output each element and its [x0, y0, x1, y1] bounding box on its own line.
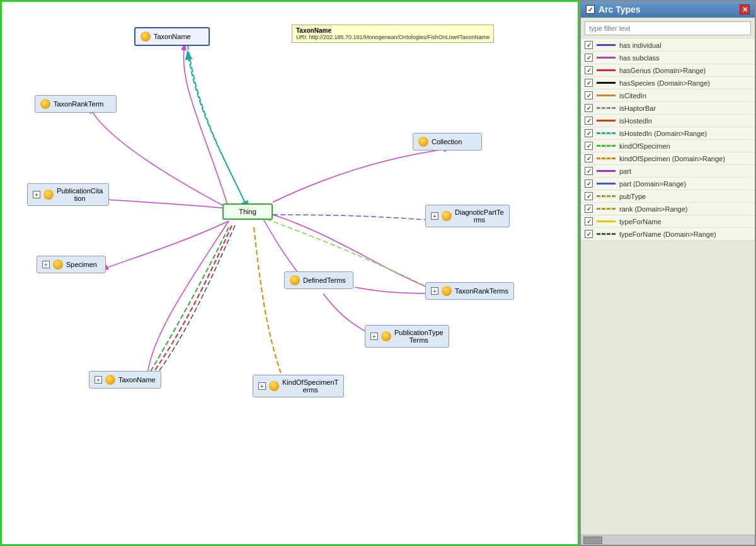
arc-checkbox[interactable]: ✓ — [585, 230, 593, 238]
arc-item[interactable]: ✓kindOfSpecimen — [581, 140, 755, 152]
arc-item[interactable]: ✓isHostedIn (Domain>Range) — [581, 127, 755, 140]
arc-label: has subclass — [619, 54, 660, 62]
arc-color-line — [597, 94, 616, 96]
node-label: Specimen — [66, 261, 97, 268]
arc-label: kindOfSpecimen (Domain>Range) — [619, 155, 725, 162]
node-label: TaxonName — [154, 33, 191, 40]
arc-color-line — [597, 220, 616, 222]
arc-label: isHostedIn (Domain>Range) — [619, 130, 707, 137]
arc-list: ✓has individual✓has subclass✓hasGenus (D… — [581, 39, 755, 535]
scrollbar-thumb[interactable] — [583, 537, 602, 544]
header-left: ✓ Arc Types — [586, 4, 641, 14]
arc-color-line — [597, 120, 616, 122]
arc-checkbox[interactable]: ✓ — [585, 217, 593, 225]
arc-checkbox[interactable]: ✓ — [585, 192, 593, 200]
arc-item[interactable]: ✓isHostedIn — [581, 115, 755, 127]
arc-color-line — [597, 132, 616, 134]
close-button[interactable]: ✕ — [740, 4, 750, 14]
node-dot — [43, 190, 54, 200]
node-label: Collection — [432, 138, 462, 145]
arc-checkbox[interactable]: ✓ — [585, 154, 593, 162]
arc-color-line — [597, 233, 616, 235]
arc-checkbox[interactable]: ✓ — [585, 104, 593, 112]
node-definedterms[interactable]: DefinedTerms — [284, 271, 353, 289]
arc-checkbox[interactable]: ✓ — [585, 91, 593, 100]
arc-checkbox[interactable]: ✓ — [585, 117, 593, 125]
arc-checkbox[interactable]: ✓ — [585, 129, 593, 137]
arc-color-line — [597, 195, 616, 197]
arc-label: isCitedIn — [619, 92, 646, 100]
node-taxonrankterm[interactable]: TaxonRankTerm — [35, 95, 117, 113]
graph-panel[interactable]: TaxonName TaxonName URI: http://202.185.… — [0, 0, 580, 546]
scrollbar-bottom[interactable] — [581, 535, 755, 545]
arc-item[interactable]: ✓has individual — [581, 39, 755, 52]
node-dot — [40, 99, 50, 109]
node-taxonname-top[interactable]: TaxonName — [134, 27, 210, 46]
arc-checkbox[interactable]: ✓ — [585, 54, 593, 62]
arc-item[interactable]: ✓part (Domain>Range) — [581, 178, 755, 190]
node-label: KindOfSpecimenT erms — [282, 378, 338, 394]
node-diagnoticpartterms[interactable]: + DiagnoticPartTe rms — [425, 205, 510, 227]
arc-checkbox[interactable]: ✓ — [585, 142, 593, 150]
arc-types-panel: ✓ Arc Types ✕ ✓has individual✓has subcla… — [580, 0, 756, 546]
arc-checkbox[interactable]: ✓ — [585, 41, 593, 49]
arc-item[interactable]: ✓rank (Domain>Range) — [581, 203, 755, 215]
arc-label: kindOfSpecimen — [619, 142, 670, 150]
arc-label: hasSpecies (Domain>Range) — [619, 79, 710, 87]
node-dot — [269, 381, 279, 391]
arc-item[interactable]: ✓hasSpecies (Domain>Range) — [581, 77, 755, 89]
node-expand[interactable]: + — [33, 191, 40, 198]
node-kindofspecimenterms[interactable]: + KindOfSpecimenT erms — [253, 375, 344, 397]
node-dot — [442, 211, 452, 221]
arc-item[interactable]: ✓part — [581, 165, 755, 178]
node-expand[interactable]: + — [94, 376, 102, 384]
node-label: PublicationType Terms — [394, 329, 444, 344]
arc-label: pubType — [619, 193, 646, 200]
node-dot — [290, 275, 300, 285]
arc-item[interactable]: ✓kindOfSpecimen (Domain>Range) — [581, 152, 755, 165]
arc-color-line — [597, 183, 616, 185]
node-expand[interactable]: + — [431, 287, 438, 295]
node-expand[interactable]: + — [431, 212, 438, 220]
arc-color-line — [597, 145, 616, 147]
tooltip-label: TaxonName — [296, 27, 490, 34]
arc-label: part (Domain>Range) — [619, 180, 686, 188]
arc-item[interactable]: ✓isCitedIn — [581, 89, 755, 102]
node-expand[interactable]: + — [370, 333, 378, 340]
arc-label: isHostedIn — [619, 117, 652, 125]
arc-color-line — [597, 44, 616, 46]
arc-color-line — [597, 82, 616, 84]
arc-checkbox[interactable]: ✓ — [585, 79, 593, 87]
arc-checkbox[interactable]: ✓ — [585, 66, 593, 74]
arc-label: has individual — [619, 42, 662, 49]
arc-checkbox[interactable]: ✓ — [585, 179, 593, 188]
arc-color-line — [597, 170, 616, 172]
node-taxonname-bottom[interactable]: + TaxonName — [89, 371, 161, 389]
filter-input[interactable] — [585, 21, 751, 35]
arc-item[interactable]: ✓typeForName (Domain>Range) — [581, 228, 755, 241]
node-expand[interactable]: + — [42, 261, 50, 268]
header-checkbox[interactable]: ✓ — [586, 5, 595, 14]
tooltip-uri: URI: http://202.185.70.191/Monogenean/On… — [296, 34, 490, 40]
node-collection[interactable]: Collection — [413, 133, 482, 151]
node-label: TaxonRankTerms — [455, 287, 508, 295]
arc-item[interactable]: ✓isHaptorBar — [581, 102, 755, 115]
arc-color-line — [597, 157, 616, 159]
node-publicationtypeterms[interactable]: + PublicationType Terms — [365, 325, 449, 348]
arc-color-line — [597, 208, 616, 210]
arc-item[interactable]: ✓hasGenus (Domain>Range) — [581, 64, 755, 77]
arc-checkbox[interactable]: ✓ — [585, 205, 593, 213]
arc-item[interactable]: ✓pubType — [581, 190, 755, 203]
arc-item[interactable]: ✓has subclass — [581, 52, 755, 64]
node-expand[interactable]: + — [258, 382, 266, 390]
node-label: Thing — [239, 208, 256, 215]
node-dot — [140, 31, 151, 42]
arc-item[interactable]: ✓typeForName — [581, 215, 755, 228]
node-dot — [105, 375, 115, 385]
node-publication-citation[interactable]: + PublicationCita tion — [27, 183, 109, 206]
node-taxonrankterms[interactable]: + TaxonRankTerms — [425, 282, 514, 300]
arc-label: hasGenus (Domain>Range) — [619, 67, 706, 74]
node-specimen[interactable]: + Specimen — [37, 256, 106, 273]
node-thing[interactable]: Thing — [222, 203, 273, 220]
arc-checkbox[interactable]: ✓ — [585, 167, 593, 175]
